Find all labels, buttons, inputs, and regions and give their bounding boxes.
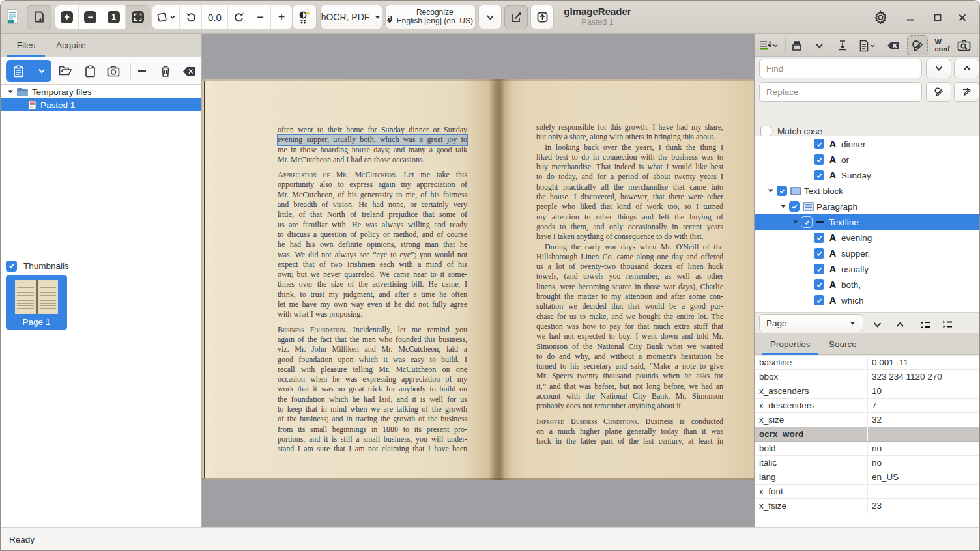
close-button[interactable] — [957, 1, 968, 34]
recognize-button[interactable]: a RecognizeEnglish [eng] (en_US) — [385, 5, 476, 29]
property-row-italic: italicno — [755, 456, 980, 470]
ocr-preview-icon[interactable] — [956, 38, 972, 53]
item-checkbox[interactable] — [814, 248, 824, 259]
book-text-line: times over the size of the advertising b… — [278, 279, 467, 289]
ocr-tree-item-dinner[interactable]: Adinner — [755, 136, 980, 152]
zoom-original-button[interactable]: 1 — [102, 5, 126, 29]
item-checkbox[interactable] — [814, 279, 824, 290]
ocr-tree-item-or[interactable]: Aor — [755, 152, 980, 167]
zoom-in-button[interactable]: + — [55, 5, 79, 29]
replace-all-button[interactable] — [954, 82, 979, 102]
tab-acquire[interactable]: Acquire — [51, 34, 91, 57]
find-replace-toggle[interactable] — [907, 35, 928, 55]
find-input[interactable]: Find — [759, 59, 922, 78]
property-row-x_size: x_size32 — [755, 413, 980, 427]
book-text-line: me in those boarding house days; and man… — [278, 145, 467, 155]
image-viewport[interactable]: often went to their home for Sunday dinn… — [202, 34, 755, 527]
image-controls-button[interactable] — [292, 5, 317, 29]
item-checkbox[interactable] — [789, 201, 800, 212]
ocr-tree-item-both-[interactable]: Aboth, — [755, 277, 980, 292]
item-checkbox[interactable] — [814, 233, 824, 243]
enlarge-button[interactable]: + — [271, 5, 292, 29]
expander-icon[interactable] — [7, 89, 14, 95]
expander-icon[interactable] — [768, 188, 774, 194]
export-format-dropdown[interactable]: hOCR, PDF — [320, 5, 382, 29]
delete-button[interactable] — [158, 64, 173, 78]
insert-mode-dropdown[interactable] — [758, 38, 780, 53]
tab-files[interactable]: Files — [7, 34, 45, 57]
item-checkbox[interactable] — [814, 295, 824, 305]
tree-item-pasted-1[interactable]: Pasted 1 — [1, 98, 201, 111]
ocr-tree-item-sunday[interactable]: ASunday — [755, 167, 980, 183]
item-checkbox[interactable] — [814, 139, 824, 149]
add-images-dropdown[interactable] — [31, 60, 51, 82]
book-text-line: from its small beginnings in 1880 to its… — [278, 425, 467, 434]
find-prev-button[interactable] — [954, 59, 979, 78]
next-page-button[interactable] — [869, 317, 885, 332]
paste-mode-dropdown[interactable] — [811, 38, 827, 53]
ocr-tree-item-evening[interactable]: Aevening — [755, 230, 980, 246]
replace-button[interactable] — [926, 82, 951, 102]
expander-icon[interactable] — [780, 203, 786, 210]
ocr-tree-item-usually[interactable]: Ausually — [755, 261, 980, 277]
book-text-line: my attention to other things and left th… — [536, 212, 723, 222]
word-confidence-toggle[interactable]: Wconf — [932, 38, 953, 53]
item-checkbox[interactable] — [814, 154, 824, 165]
tab-properties[interactable]: Properties — [770, 333, 811, 355]
item-checkbox[interactable] — [777, 186, 787, 196]
recognize-mode-dropdown[interactable] — [478, 5, 502, 29]
word-icon: A — [826, 233, 839, 243]
clear-output-icon[interactable] — [886, 38, 901, 53]
export-button[interactable] — [530, 5, 554, 29]
paste-text-icon[interactable] — [790, 38, 805, 53]
sources-panel: Files Acquire — [1, 34, 202, 527]
collapse-all-button[interactable] — [919, 317, 935, 332]
ocr-tree-item-text-block[interactable]: Text block — [755, 183, 980, 199]
clear-button[interactable] — [182, 64, 196, 78]
rotate-right-button[interactable] — [228, 5, 250, 29]
match-case-checkbox[interactable] — [760, 126, 771, 137]
zoom-out-button[interactable]: − — [79, 5, 102, 29]
page-selector-dropdown[interactable]: Page — [759, 314, 863, 332]
toggle-output-pane-button[interactable] — [504, 5, 528, 29]
ocr-tree-item-supper-[interactable]: Asupper, — [755, 246, 980, 261]
property-row-bold: boldno — [755, 442, 980, 456]
shrink-button[interactable]: − — [250, 5, 271, 29]
paste-icon[interactable] — [6, 60, 31, 82]
maximize-button[interactable] — [932, 1, 943, 34]
minimize-button[interactable] — [905, 1, 915, 34]
book-text-line: solely responsible for this growth. I ha… — [536, 122, 723, 132]
remove-page-button[interactable] — [135, 64, 149, 78]
rotation-spinner[interactable]: 0.0 — [202, 5, 228, 29]
scroll-to-result-icon[interactable] — [835, 38, 850, 53]
word-icon: A — [826, 264, 839, 274]
expander-icon[interactable] — [792, 219, 799, 225]
rotate-mode-dropdown[interactable] — [152, 5, 180, 29]
rotate-left-button[interactable] — [180, 5, 202, 29]
ocr-tree-item-paragraph[interactable]: Paragraph — [755, 199, 980, 214]
save-text-dropdown[interactable] — [857, 38, 878, 53]
tree-item-temporary-files[interactable]: Temporary files — [1, 85, 201, 98]
prev-page-button[interactable] — [892, 317, 908, 332]
thumbnail-page-1[interactable]: Page 1 — [6, 276, 67, 330]
book-text-line: often went to their home for Sunday dinn… — [278, 125, 467, 135]
find-next-button[interactable] — [926, 59, 951, 78]
add-page-button[interactable] — [27, 5, 51, 29]
thumbnails-checkbox[interactable] — [6, 261, 17, 272]
settings-button[interactable] — [874, 1, 887, 34]
ocr-tree-item-which[interactable]: Awhich — [755, 292, 980, 308]
ocr-tree-item-textline[interactable]: Textline — [755, 214, 980, 230]
replace-input[interactable]: Replace — [759, 82, 922, 102]
expand-all-button[interactable] — [942, 317, 957, 332]
item-checkbox[interactable] — [814, 170, 824, 180]
tab-source[interactable]: Source — [829, 333, 857, 355]
add-images-split-button[interactable] — [6, 60, 51, 82]
open-folder-button[interactable] — [58, 64, 72, 78]
word-icon: A — [826, 279, 839, 290]
property-row-x_descenders: x_descenders7 — [755, 399, 980, 413]
item-checkbox[interactable] — [801, 217, 812, 227]
paste-clipboard-button[interactable] — [83, 64, 97, 78]
screenshot-button[interactable] — [106, 64, 121, 78]
item-checkbox[interactable] — [814, 264, 824, 274]
zoom-fit-button[interactable] — [126, 5, 149, 29]
